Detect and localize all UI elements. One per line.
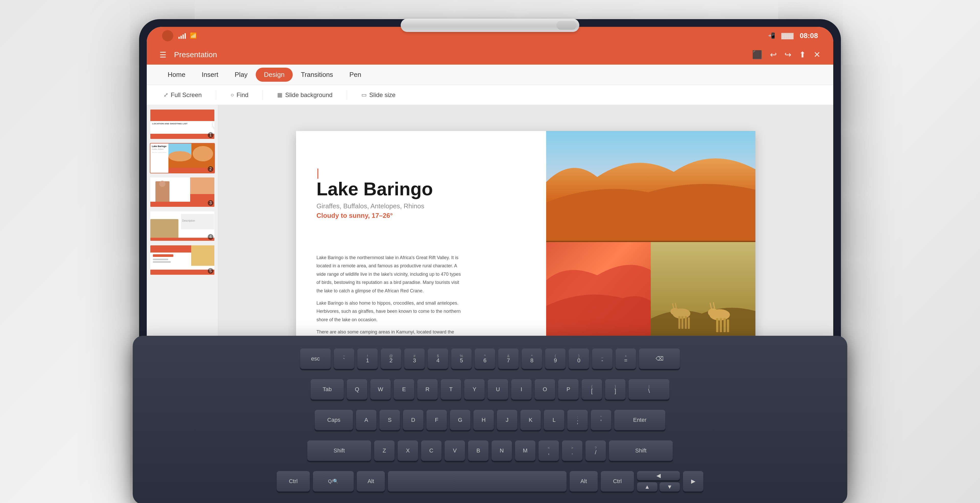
key-shift-right[interactable]: Shift: [609, 441, 673, 461]
key-fn[interactable]: Q/🔍: [313, 471, 354, 492]
slide-thumb-5[interactable]: 5: [150, 245, 215, 275]
key-quote[interactable]: "': [591, 410, 611, 430]
key-backslash[interactable]: |\: [628, 379, 670, 400]
key-4[interactable]: $4: [428, 349, 448, 369]
status-time: 08:08: [800, 32, 818, 40]
key-equal[interactable]: +=: [616, 349, 636, 369]
svg-rect-3: [169, 168, 191, 173]
key-0[interactable]: )0: [569, 349, 589, 369]
menu-transitions[interactable]: Transitions: [293, 68, 341, 82]
fullscreen-button[interactable]: ⤢ Full Screen: [159, 89, 206, 100]
key-tilde[interactable]: ~`: [334, 349, 354, 369]
key-2[interactable]: @2: [381, 349, 401, 369]
menu-design[interactable]: Design: [256, 68, 293, 82]
menu-insert[interactable]: Insert: [193, 68, 226, 82]
key-w[interactable]: W: [370, 379, 391, 400]
key-n[interactable]: N: [492, 441, 512, 461]
slide-thumb-1[interactable]: LOCATION AND SHOOTING LIST 1 ›: [150, 109, 215, 139]
svg-rect-8: [190, 177, 215, 194]
key-x[interactable]: X: [398, 441, 418, 461]
key-escape[interactable]: esc: [300, 349, 331, 369]
key-6[interactable]: ^6: [475, 349, 495, 369]
key-r[interactable]: R: [417, 379, 438, 400]
menu-play[interactable]: Play: [226, 68, 256, 82]
key-i[interactable]: I: [511, 379, 531, 400]
slide-weather: Cloudy to sunny, 17–26°: [317, 212, 465, 220]
key-3[interactable]: #3: [404, 349, 425, 369]
key-d[interactable]: D: [403, 410, 423, 430]
key-s[interactable]: S: [380, 410, 400, 430]
key-c[interactable]: C: [421, 441, 442, 461]
key-t[interactable]: T: [441, 379, 461, 400]
slide-thumb-3[interactable]: 3: [150, 177, 215, 207]
close-icon[interactable]: ✕: [814, 50, 821, 59]
slide-number-1: 1: [208, 132, 213, 138]
key-left-arrow[interactable]: ◀: [637, 471, 680, 480]
key-caps[interactable]: Caps: [315, 410, 353, 430]
key-lbracket[interactable]: {[: [582, 379, 602, 400]
svg-rect-37: [716, 318, 718, 332]
key-minus[interactable]: _-: [592, 349, 612, 369]
key-9[interactable]: (9: [545, 349, 566, 369]
key-1[interactable]: !1: [357, 349, 378, 369]
menu-icon[interactable]: ☰: [159, 50, 166, 59]
svg-rect-21: [153, 254, 173, 257]
redo-icon[interactable]: ↪: [784, 50, 791, 59]
key-up-arrow[interactable]: ▲: [637, 482, 657, 492]
key-k[interactable]: K: [520, 410, 541, 430]
key-alt-left[interactable]: Alt: [357, 471, 385, 492]
key-u[interactable]: U: [488, 379, 508, 400]
menu-pen[interactable]: Pen: [341, 68, 369, 82]
menu-home[interactable]: Home: [159, 68, 193, 82]
slide-thumb-2[interactable]: Lake Baringo Giraffes, Buffalos Body tex…: [150, 143, 215, 174]
key-7[interactable]: &7: [498, 349, 519, 369]
key-m[interactable]: M: [515, 441, 535, 461]
key-8[interactable]: *8: [522, 349, 542, 369]
slide-thumb-4[interactable]: Description 4: [150, 211, 215, 241]
key-z[interactable]: Z: [374, 441, 395, 461]
key-q[interactable]: Q: [347, 379, 367, 400]
key-semicolon[interactable]: :;: [567, 410, 588, 430]
slide-size-button[interactable]: ▭ Slide size: [357, 89, 400, 100]
key-b[interactable]: B: [468, 441, 488, 461]
key-l[interactable]: L: [544, 410, 564, 430]
key-ctrl-right[interactable]: Ctrl: [601, 471, 634, 492]
key-o[interactable]: O: [535, 379, 555, 400]
key-f[interactable]: F: [426, 410, 447, 430]
key-g[interactable]: G: [450, 410, 470, 430]
key-down-arrow[interactable]: ▼: [659, 482, 680, 492]
key-h[interactable]: H: [473, 410, 494, 430]
svg-rect-39: [724, 318, 726, 332]
keyboard: esc ~` !1 @2 #3 $4 %5 ^6 &7 *8 (9 )0 _- …: [133, 336, 847, 503]
svg-rect-12: [150, 202, 191, 207]
key-space[interactable]: [388, 471, 566, 492]
key-alt-right[interactable]: Alt: [570, 471, 598, 492]
key-a[interactable]: A: [356, 410, 376, 430]
key-slash[interactable]: ?/: [585, 441, 606, 461]
key-v[interactable]: V: [445, 441, 465, 461]
svg-rect-32: [688, 317, 690, 329]
save-icon[interactable]: ⬛: [752, 50, 762, 59]
slide-4-preview: Description: [150, 212, 215, 241]
key-p[interactable]: P: [558, 379, 579, 400]
key-y[interactable]: Y: [464, 379, 485, 400]
key-right-arrow[interactable]: ▶: [683, 471, 703, 492]
undo-icon[interactable]: ↩: [770, 50, 777, 59]
key-tab[interactable]: Tab: [310, 379, 344, 400]
slide-background-button[interactable]: ▦ Slide background: [273, 89, 336, 100]
key-shift-left[interactable]: Shift: [307, 441, 371, 461]
svg-point-11: [159, 181, 165, 187]
keyboard-row-4: Shift Z X C V B N M <, >. ?/ Shift: [143, 441, 837, 461]
key-j[interactable]: J: [497, 410, 517, 430]
key-e[interactable]: E: [394, 379, 414, 400]
share-icon[interactable]: ⬆: [799, 50, 806, 59]
key-comma[interactable]: <,: [538, 441, 559, 461]
key-5[interactable]: %5: [451, 349, 472, 369]
stylus: [401, 19, 579, 32]
key-period[interactable]: >.: [562, 441, 582, 461]
key-enter[interactable]: Enter: [614, 410, 665, 430]
key-ctrl-left[interactable]: Ctrl: [277, 471, 310, 492]
key-rbracket[interactable]: }]: [605, 379, 625, 400]
key-backspace[interactable]: ⌫: [639, 349, 680, 369]
find-button[interactable]: ○ Find: [226, 89, 252, 100]
